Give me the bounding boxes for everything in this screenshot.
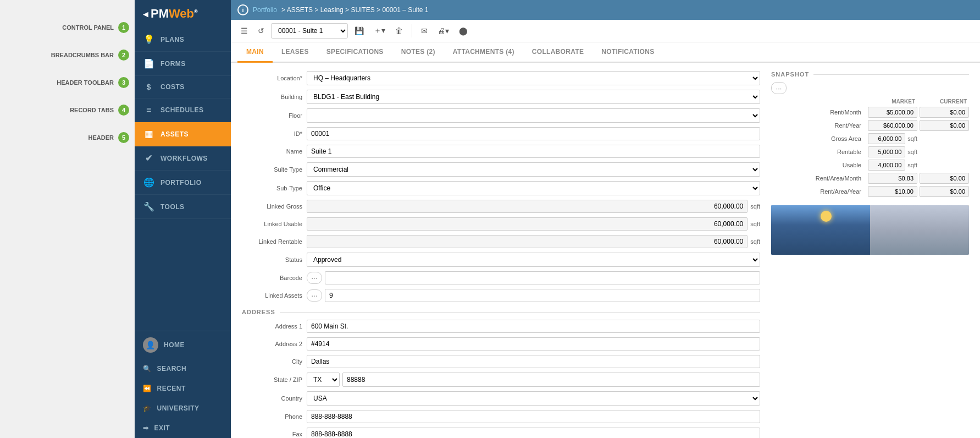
rent-area-month-market: $0.83	[868, 173, 917, 184]
floor-select[interactable]	[307, 108, 760, 123]
tools-icon: 🔧	[143, 201, 155, 212]
location-label: Location*	[242, 75, 302, 81]
city-label: City	[242, 358, 302, 365]
zip-input[interactable]	[342, 373, 760, 387]
print-button[interactable]: 🖨▾	[434, 24, 452, 38]
country-select[interactable]: USA	[307, 391, 760, 406]
id-input[interactable]	[307, 127, 760, 140]
schedules-icon: ≡	[143, 105, 155, 115]
sidebar-item-label: UNIVERSITY	[157, 404, 200, 412]
rent-month-label: Rent/Month	[771, 109, 866, 116]
sidebar-item-workflows[interactable]: ✔ WORKFLOWS	[135, 146, 231, 171]
sub-type-row: Sub-Type Office	[242, 181, 760, 195]
recent-icon: ⏪	[143, 385, 152, 392]
barcode-row: Barcode ···	[242, 271, 760, 284]
phone-row: Phone	[242, 410, 760, 423]
tab-attachments[interactable]: ATTACHMENTS (4)	[444, 42, 523, 63]
email-button[interactable]: ✉	[418, 24, 431, 38]
tab-collaborate[interactable]: COLLABORATE	[523, 42, 593, 63]
fax-row: Fax	[242, 428, 760, 438]
sidebar-item-recent[interactable]: ⏪ RECENT	[135, 379, 231, 398]
sidebar-item-label: HOME	[164, 341, 185, 349]
usable-market: 4,000.00	[868, 160, 905, 171]
sidebar-item-plans[interactable]: 💡 PLANS	[135, 28, 231, 52]
sidebar-item-exit[interactable]: ➡ EXIT	[135, 418, 231, 438]
linked-rentable-input[interactable]	[307, 235, 748, 248]
suite-type-row: Suite Type Commercial	[242, 162, 760, 177]
sidebar-item-home[interactable]: 👤 HOME	[135, 331, 231, 359]
current-col-header: CURRENT	[920, 98, 969, 105]
rent-area-month-current: $0.00	[920, 173, 969, 184]
sidebar-item-assets[interactable]: ▦ ASSETS	[135, 122, 231, 146]
sidebar-item-forms[interactable]: 📄 FORMS	[135, 52, 231, 76]
linked-assets-input[interactable]	[325, 289, 760, 302]
sub-type-label: Sub-Type	[242, 185, 302, 191]
tab-notes[interactable]: NOTES (2)	[392, 42, 444, 63]
name-input[interactable]	[307, 145, 760, 158]
phone-label: Phone	[242, 413, 302, 420]
sidebar-item-schedules[interactable]: ≡ SCHEDULES	[135, 98, 231, 122]
country-row: Country USA	[242, 391, 760, 406]
snapshot-divider	[813, 74, 969, 75]
rent-area-year-label: Rent/Area/Year	[771, 188, 866, 195]
save-button[interactable]: 💾	[351, 24, 367, 38]
forms-icon: 📄	[143, 58, 155, 69]
sidebar-item-portfolio[interactable]: 🌐 PORTFOLIO	[135, 171, 231, 195]
sidebar-item-university[interactable]: 🎓 UNIVERSITY	[135, 398, 231, 418]
location-select[interactable]: HQ – Headquarters	[307, 71, 760, 85]
rentable-label: Rentable	[771, 149, 866, 155]
sidebar-item-search[interactable]: 🔍 SEARCH	[135, 359, 231, 379]
sidebar-item-label: RECENT	[157, 385, 186, 392]
address2-input[interactable]	[307, 337, 760, 351]
floor-label: Floor	[242, 112, 302, 119]
state-zip-group: TX	[307, 373, 760, 387]
barcode-input[interactable]	[325, 271, 760, 284]
linked-assets-dots-button[interactable]: ···	[307, 289, 322, 302]
record-selector[interactable]: 00001 - Suite 1	[271, 23, 348, 39]
gross-area-market: 6,000.00	[868, 133, 905, 144]
breadcrumb-bar: i Portfolio > ASSETS > Leasing > SUITES …	[231, 0, 980, 20]
sub-type-select[interactable]: Office	[307, 181, 760, 195]
delete-button[interactable]: 🗑	[392, 24, 406, 38]
phone-input[interactable]	[307, 410, 760, 423]
history-button[interactable]: ↺	[254, 24, 268, 38]
fax-input[interactable]	[307, 428, 760, 438]
barcode-dots-button[interactable]: ···	[307, 272, 322, 284]
form-area: Location* HQ – Headquarters Building BLD…	[231, 63, 980, 438]
tab-main[interactable]: MAIN	[237, 42, 273, 63]
breadcrumb-portfolio-link[interactable]: Portfolio	[253, 6, 277, 14]
toggle-button[interactable]: ⬤	[456, 24, 471, 38]
snapshot-section: SNAPSHOT ··· MARKET CURRENT Rent/Month $…	[771, 71, 969, 197]
info-icon[interactable]: i	[237, 4, 248, 15]
suite-type-select[interactable]: Commercial	[307, 162, 760, 177]
building-select[interactable]: BLDG1 - East Building	[307, 90, 760, 104]
snapshot-more-button[interactable]: ···	[771, 82, 787, 94]
logo-reg: ®	[194, 9, 198, 14]
sidebar-item-tools[interactable]: 🔧 TOOLS	[135, 195, 231, 219]
linked-usable-input[interactable]	[307, 217, 748, 231]
sidebar-item-label: PORTFOLIO	[160, 179, 202, 187]
status-label: Status	[242, 256, 302, 263]
floor-row: Floor	[242, 108, 760, 123]
barcode-label: Barcode	[242, 275, 302, 281]
add-button[interactable]: ＋▾	[370, 23, 389, 39]
annotation-header: HEADER 5	[5, 132, 129, 143]
city-input[interactable]	[307, 355, 760, 368]
snapshot-row-usable: Usable 4,000.00 sqft	[771, 160, 969, 171]
address1-input[interactable]	[307, 320, 760, 333]
tab-specifications[interactable]: SPECIFICATIONS	[318, 42, 392, 63]
state-zip-row: State / ZIP TX	[242, 373, 760, 387]
state-select[interactable]: TX	[307, 373, 340, 387]
tab-notifications[interactable]: NOTIFICATIONS	[593, 42, 663, 63]
menu-button[interactable]: ☰	[237, 24, 251, 38]
status-select[interactable]: Approved Pending Inactive	[307, 253, 760, 267]
linked-usable-input-group: sqft	[307, 217, 760, 231]
tab-leases[interactable]: LEASES	[273, 42, 318, 63]
country-label: Country	[242, 395, 302, 402]
usable-unit: sqft	[907, 162, 917, 168]
annotation-control-panel: CONTROL PANEL 1	[5, 22, 129, 33]
linked-gross-input[interactable]	[307, 200, 748, 213]
linked-rentable-input-group: sqft	[307, 235, 760, 248]
sidebar-item-costs[interactable]: $ COSTS	[135, 76, 231, 98]
sidebar-item-label: SCHEDULES	[160, 106, 204, 114]
